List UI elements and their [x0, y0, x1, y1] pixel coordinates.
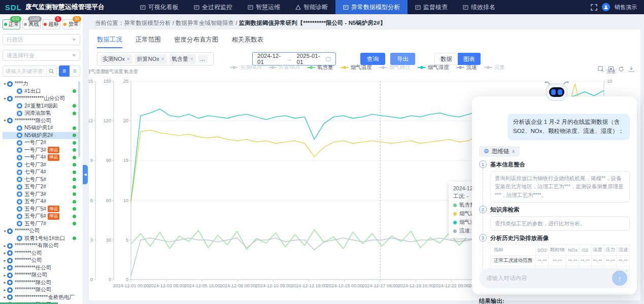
tree-caret-icon[interactable]: ▸	[3, 258, 7, 263]
sidebar-collapse-handle[interactable]: ◀	[83, 165, 88, 184]
tree-node[interactable]: 五号厂5#停运	[3, 206, 80, 213]
tree-parent-node[interactable]: ▾**********限公司	[3, 117, 80, 125]
tree-caret-icon[interactable]: ▾	[3, 229, 7, 233]
tree-caret-icon[interactable]: ▸	[3, 244, 7, 248]
search-icon[interactable]	[46, 66, 56, 76]
tree-caret-icon[interactable]: ▸	[3, 280, 7, 285]
restore-icon[interactable]	[608, 66, 614, 72]
status-filter-离线[interactable]: 离线1049	[22, 19, 40, 29]
app-title: 废气监测智慧运维管理平台	[25, 3, 105, 12]
nav-item-全过程监控[interactable]: 全过程监控	[186, 0, 240, 14]
robot-assistant-icon[interactable]	[544, 80, 570, 103]
tree-node[interactable]: 七号厂3#	[3, 161, 80, 169]
tree-node[interactable]: 五号厂3#	[3, 191, 80, 198]
zoom-select-icon[interactable]	[598, 66, 604, 72]
tree-parent-node[interactable]: ▾****力	[3, 80, 80, 88]
industry-select[interactable]: 请选择行业	[3, 50, 80, 61]
nav-item-可视化看板[interactable]: 可视化看板	[132, 0, 186, 14]
date-start[interactable]: 2024-12-01	[257, 53, 282, 65]
tree-node[interactable]: 双青1号站1#出口	[3, 235, 80, 243]
tree-parent-node[interactable]: ▸**********限公司	[3, 286, 80, 294]
remove-tag-icon[interactable]: ×	[190, 56, 193, 62]
status-filter-超标[interactable]: 超标5	[43, 19, 60, 29]
legend-item-烟气静压[interactable]: 烟气静压	[379, 64, 411, 71]
tree-parent-node[interactable]: ▸********公司	[3, 250, 80, 257]
query-button[interactable]: 查询	[360, 53, 385, 65]
tree-node[interactable]: N5锅炉房2#	[3, 132, 80, 140]
nav-item-智慧运维[interactable]: 智慧运维	[240, 0, 288, 14]
keyword-search-input[interactable]	[3, 66, 46, 76]
mode-chart-button[interactable]: 图表	[458, 53, 481, 65]
nav-item-label: 监督核查	[423, 3, 448, 12]
tree-parent-node[interactable]: ▸****************金桥热电厂	[3, 294, 80, 301]
chat-input[interactable]	[486, 275, 612, 281]
tree-caret-icon[interactable]: ▾	[3, 82, 7, 86]
send-button[interactable]: ↑	[612, 271, 627, 286]
tree-node[interactable]: 五号厂4#	[3, 198, 80, 206]
tree-parent-node[interactable]: ▸********公司	[3, 257, 80, 264]
tree-parent-node[interactable]: ▾*******公司	[3, 227, 80, 235]
tree-caret-icon[interactable]: ▸	[3, 295, 7, 299]
nav-item-监督核查[interactable]: 监督核查	[408, 0, 455, 14]
tree-caret-icon[interactable]: ▸	[3, 288, 7, 292]
status-filter-异常[interactable]: 异常30	[62, 19, 80, 29]
export-button[interactable]: 导出	[390, 53, 415, 65]
username[interactable]: 销售演示	[615, 4, 637, 11]
tree-node[interactable]: 五号厂2#	[3, 183, 80, 191]
legend-item-流速[interactable]: 流速	[456, 64, 477, 71]
tree-parent-node[interactable]: ▾**************山分公司	[3, 95, 80, 103]
refresh-icon[interactable]	[618, 66, 624, 72]
tab-相关系数表[interactable]: 相关系数表	[232, 36, 264, 48]
tree-parent-node[interactable]: ▸********限公司	[3, 272, 80, 279]
nav-item-智能诊断[interactable]: 智能诊断	[288, 0, 335, 14]
legend-item-烟气湿度[interactable]: 烟气湿度	[418, 64, 449, 71]
tab-密度分布直方图[interactable]: 密度分布直方图	[174, 36, 219, 48]
svg-text:90: 90	[106, 158, 111, 163]
date-end[interactable]: 2025-01-01	[297, 53, 322, 65]
tree-node[interactable]: 一号厂3#停运	[3, 147, 80, 154]
tree-node[interactable]: #1出口	[3, 88, 80, 95]
tree-node[interactable]: N5锅炉房1#	[3, 124, 80, 132]
user-avatar[interactable]	[602, 3, 610, 11]
remove-tag-icon[interactable]: ×	[161, 56, 164, 62]
tree-caret-icon[interactable]: ▾	[3, 118, 7, 123]
nav-item-异常数据模型分析[interactable]: 异常数据模型分析	[335, 0, 408, 14]
legend-item-烟气温度[interactable]: 烟气温度	[341, 64, 372, 71]
tree-caret-icon[interactable]: ▸	[3, 265, 7, 270]
tree-parent-node[interactable]: ▸**********任公司	[3, 264, 80, 272]
tree-parent-node[interactable]: ▸***********有限公司	[3, 242, 80, 250]
tree-node[interactable]: 五号厂6#停运	[3, 213, 80, 220]
tab-正常范围[interactable]: 正常范围	[135, 36, 161, 48]
tree-node[interactable]: 五号厂7#	[3, 220, 80, 228]
tree-node[interactable]: 一号厂2#	[3, 139, 80, 147]
svg-text:2024-12-05 16:00: 2024-12-05 16:00	[184, 283, 220, 288]
legend-item-实测NOx[interactable]: 实测NOx	[230, 64, 261, 71]
status-filter-正常[interactable]: 正常632	[3, 19, 20, 29]
tree-scrollbar[interactable]	[78, 81, 80, 157]
remove-tag-icon[interactable]: ×	[127, 56, 130, 62]
tree-parent-node[interactable]: ▸**********限公司	[3, 279, 80, 287]
tab-数据工况[interactable]: 数据工况	[97, 36, 122, 48]
mode-data-button[interactable]: 数据	[434, 53, 458, 65]
breadcrumb-path[interactable]: 异常数据模型分析 / 数据异常全域智能筛查 /	[124, 20, 239, 26]
legend-item-折算NOx[interactable]: 折算NOx	[268, 64, 300, 71]
tree-node[interactable]: 七号厂5#	[3, 176, 80, 184]
region-select[interactable]: 行政区	[3, 34, 80, 45]
tree-parent-label: **********限公司	[15, 286, 51, 293]
legend-item-流量[interactable]: 流量	[484, 64, 505, 71]
thought-chain-toggle[interactable]: ⚙ 思维链 ∧	[479, 146, 520, 157]
tree-node[interactable]: 润滑油加氢	[3, 110, 80, 117]
tree-caret-icon[interactable]: ▸	[3, 273, 7, 278]
tree-caret-icon[interactable]: ▾	[3, 96, 7, 101]
list-view-icon[interactable]: ≡	[59, 65, 70, 77]
fullscreen-icon[interactable]	[591, 4, 597, 11]
tree-caret-icon[interactable]: ▸	[3, 251, 7, 255]
tree-node[interactable]: 2#重整1#烟囱	[3, 103, 80, 110]
tree-node[interactable]: 一号厂4#停运	[3, 154, 80, 161]
nav-item-绩效排名[interactable]: 绩效排名	[455, 0, 503, 14]
grid-view-icon[interactable]: ≡	[70, 65, 80, 77]
download-icon[interactable]	[628, 66, 634, 72]
legend-item-氧含量[interactable]: 氧含量	[307, 64, 333, 71]
legend-label: 折算NOx	[279, 64, 300, 71]
tree-node[interactable]: 七号厂4#	[3, 168, 80, 176]
